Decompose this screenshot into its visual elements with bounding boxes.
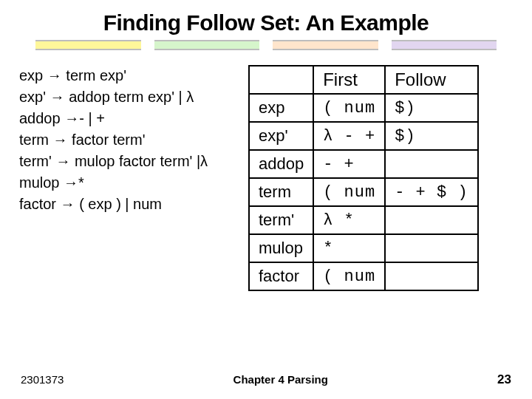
cell-name: term' [249, 206, 313, 234]
cell-first: ( num [313, 178, 385, 206]
cell-first: λ - + [313, 122, 385, 150]
header-first: First [313, 66, 385, 94]
bar-yellow [35, 40, 141, 50]
grammar-rule: term' → mulop factor term' |λ [19, 151, 256, 172]
table-row: term ( num - + $ ) [249, 178, 478, 206]
cell-follow [385, 234, 477, 262]
chapter-label: Chapter 4 Parsing [233, 373, 328, 386]
cell-name: factor [249, 262, 313, 290]
grammar-rule: factor → ( exp ) | num [19, 194, 256, 215]
course-code: 2301373 [21, 373, 64, 386]
first-follow-table: First Follow exp ( num $) exp' λ - + $) … [248, 65, 479, 291]
table-row: factor ( num [249, 262, 478, 290]
table-row: term' λ * [249, 206, 478, 234]
cell-name: addop [249, 150, 313, 178]
cell-name: exp [249, 94, 313, 122]
header-blank [249, 66, 313, 94]
cell-follow: $) [385, 122, 477, 150]
table-row: mulop * [249, 234, 478, 262]
grammar-rule: exp → term exp' [19, 65, 256, 86]
content-area: exp → term exp' exp' → addop term exp' |… [0, 65, 532, 291]
slide-number: 23 [497, 372, 511, 387]
grammar-rule: addop →- | + [19, 108, 256, 129]
cell-name: term [249, 178, 313, 206]
cell-first: λ * [313, 206, 385, 234]
table-row: exp' λ - + $) [249, 122, 478, 150]
bar-green [154, 40, 260, 50]
cell-first: ( num [313, 94, 385, 122]
cell-follow [385, 150, 477, 178]
cell-follow [385, 206, 477, 234]
decorative-bars [0, 40, 532, 50]
slide-title: Finding Follow Set: An Example [0, 0, 532, 40]
cell-follow: $) [385, 94, 477, 122]
cell-first: ( num [313, 262, 385, 290]
cell-follow [385, 262, 477, 290]
table-row: exp ( num $) [249, 94, 478, 122]
cell-first: * [313, 234, 385, 262]
slide-footer: 2301373 Chapter 4 Parsing 23 [0, 372, 532, 387]
table-header-row: First Follow [249, 66, 478, 94]
first-follow-table-wrap: First Follow exp ( num $) exp' λ - + $) … [248, 65, 513, 291]
cell-first: - + [313, 150, 385, 178]
grammar-rule: term → factor term' [19, 129, 256, 151]
cell-follow: - + $ ) [385, 178, 477, 206]
bar-orange [273, 40, 378, 50]
grammar-rule: exp' → addop term exp' | λ [19, 86, 256, 108]
grammar-rule: mulop →* [19, 172, 256, 194]
cell-name: mulop [249, 234, 313, 262]
grammar-rules: exp → term exp' exp' → addop term exp' |… [19, 65, 256, 215]
header-follow: Follow [385, 66, 477, 94]
table-row: addop - + [249, 150, 478, 178]
cell-name: exp' [249, 122, 313, 150]
bar-purple [392, 40, 497, 50]
